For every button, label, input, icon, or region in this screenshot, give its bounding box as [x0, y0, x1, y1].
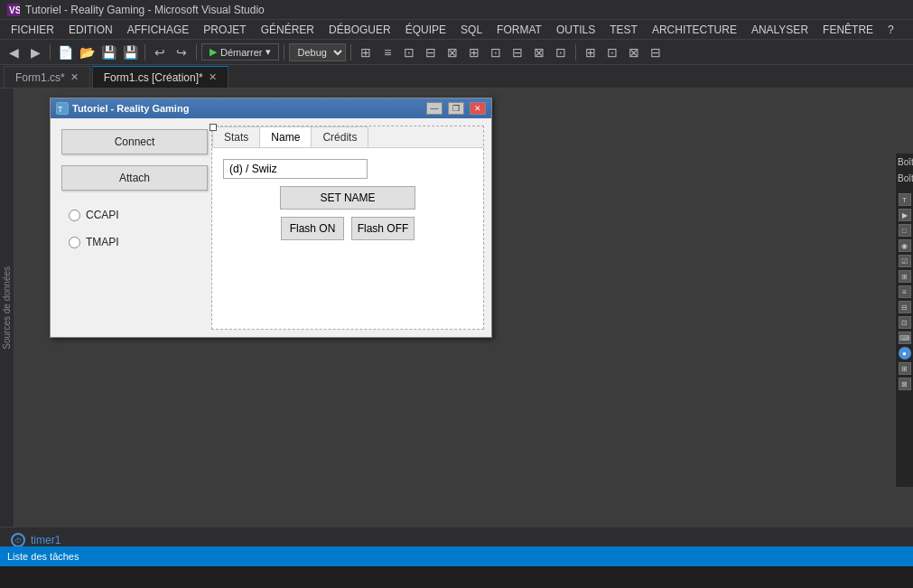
toolbar-extra-btn5[interactable]: ⊠	[443, 42, 462, 62]
tab-form1-cs-close[interactable]: ✕	[70, 71, 79, 83]
toolbar-extra-btn7[interactable]: ⊡	[486, 42, 506, 62]
menu-affichage[interactable]: AFFICHAGE	[120, 22, 197, 38]
boite-circle-icon[interactable]: ●	[899, 347, 911, 359]
toolbar-layout-btn2[interactable]: ⊡	[602, 42, 622, 62]
toolbar-new-btn[interactable]: 📄	[55, 42, 75, 62]
connect-button[interactable]: Connect	[61, 129, 208, 154]
form-right-panel: Stats Name Crédits SET NAME Flash ON Fla…	[211, 126, 484, 330]
form-tab-credits[interactable]: Crédits	[311, 126, 368, 147]
toolbar-sep-4	[284, 44, 284, 61]
menu-sql[interactable]: SQL	[453, 22, 489, 38]
toolbar-back-btn[interactable]: ◀	[4, 42, 23, 62]
boite-icon-3[interactable]: □	[899, 224, 911, 237]
ccapi-radio-circle	[69, 210, 80, 221]
tab-form1-cs[interactable]: Form1.cs* ✕	[4, 66, 90, 88]
menu-help[interactable]: ?	[880, 22, 901, 38]
boite-icon-10[interactable]: ⌨	[899, 331, 911, 344]
close-button[interactable]: ✕	[470, 102, 486, 115]
restore-button[interactable]: ❐	[448, 102, 464, 115]
boite-icon-7[interactable]: ≡	[899, 285, 911, 298]
boite-panel: Boîte Boîte T ▶ □ ◉ ☑ ⊞ ≡ ⊟ ⊡ ⌨ ● ⊞ ⊠	[895, 154, 913, 487]
toolbar-extra-btn1[interactable]: ⊞	[356, 42, 376, 62]
menu-fichier[interactable]: FICHIER	[4, 22, 61, 38]
start-label: Démarrer	[220, 47, 262, 58]
boite-header2: Boîte	[898, 173, 911, 183]
win-form-body: Connect Attach CCAPI TMAPI	[51, 118, 491, 337]
toolbar-layout-btn4[interactable]: ⊟	[646, 42, 666, 62]
boite-icon-6[interactable]: ⊞	[899, 270, 911, 283]
attach-button[interactable]: Attach	[61, 165, 208, 191]
boite-icon-2[interactable]: ▶	[899, 209, 911, 221]
toolbar-sep-2	[144, 44, 145, 61]
menu-format[interactable]: FORMAT	[489, 22, 549, 38]
debug-mode-select[interactable]: Debug	[289, 43, 346, 61]
win-form[interactable]: T Tutoriel - Reality Gaming — ❐ ✕ Connec…	[50, 98, 492, 338]
form-tab-name[interactable]: Name	[259, 126, 312, 147]
title-bar: VS Tutoriel - Reality Gaming - Microsoft…	[0, 0, 913, 20]
boite-icon-4[interactable]: ◉	[899, 239, 911, 252]
tab-form1-design-close[interactable]: ✕	[209, 71, 217, 83]
menu-bar: FICHIER EDITION AFFICHAGE PROJET GÉNÉRER…	[0, 20, 913, 40]
menu-test[interactable]: TEST	[602, 22, 645, 38]
play-icon: ▶	[210, 46, 217, 58]
minimize-button[interactable]: —	[426, 102, 443, 115]
tab-form1-design[interactable]: Form1.cs [Création]* ✕	[92, 66, 228, 88]
menu-analyser[interactable]: ANALYSER	[744, 22, 815, 38]
vs-icon: VS	[7, 4, 20, 16]
toolbar-extra-btn2[interactable]: ≡	[377, 42, 397, 62]
boite-icon-11[interactable]: ⊞	[899, 362, 911, 375]
boite-icon-9[interactable]: ⊡	[899, 316, 911, 329]
boite-icon-1[interactable]: T	[899, 193, 911, 206]
toolbar-extra-btn4[interactable]: ⊟	[421, 42, 441, 62]
design-area: Sources de données T Tutoriel - Reality …	[0, 89, 913, 527]
win-form-title: Tutoriel - Reality Gaming	[72, 103, 423, 114]
sidebar-label: Sources de données	[2, 266, 12, 350]
menu-outils[interactable]: OUTILS	[549, 22, 602, 38]
toolbar-undo-btn[interactable]: ↩	[150, 42, 170, 62]
flash-off-button[interactable]: Flash OFF	[351, 217, 415, 240]
toolbar-save-btn[interactable]: 💾	[98, 42, 118, 62]
boite-header1: Boîte	[898, 157, 911, 167]
menu-architecture[interactable]: ARCHITECTURE	[645, 22, 744, 38]
name-input-field[interactable]	[223, 159, 368, 179]
toolbar-open-btn[interactable]: 📂	[77, 42, 97, 62]
toolbar-sep-3	[196, 44, 197, 61]
toolbar-forward-btn[interactable]: ▶	[25, 42, 45, 62]
svg-text:T: T	[58, 105, 63, 114]
ccapi-radio[interactable]: CCAPI	[69, 209, 208, 221]
menu-fenetre[interactable]: FENÊTRE	[815, 22, 880, 38]
svg-text:VS: VS	[9, 5, 20, 15]
start-dropdown-icon[interactable]: ▾	[266, 46, 271, 58]
boite-icon-5[interactable]: ☑	[899, 255, 911, 267]
menu-edition[interactable]: EDITION	[61, 22, 120, 38]
toolbar-layout-btn1[interactable]: ⊞	[581, 42, 601, 62]
toolbar-align-btn1[interactable]: ⊟	[508, 42, 527, 62]
boite-icon-12[interactable]: ⊠	[899, 378, 911, 390]
timer-icon: ⏱	[11, 533, 25, 547]
toolbar-redo-btn[interactable]: ↪	[172, 42, 191, 62]
start-button[interactable]: ▶ Démarrer ▾	[201, 43, 279, 61]
toolbar-save-all-btn[interactable]: 💾	[120, 42, 140, 62]
form-tabs: Stats Name Crédits	[212, 126, 483, 148]
ccapi-label: CCAPI	[86, 209, 119, 221]
form-tab-stats[interactable]: Stats	[212, 126, 260, 147]
tmapi-radio-circle	[69, 237, 80, 248]
toolbar-sep-1	[50, 44, 51, 61]
toolbar-align-btn2[interactable]: ⊠	[529, 42, 549, 62]
boite-icon-8[interactable]: ⊟	[899, 301, 911, 313]
tab-content-name: SET NAME Flash ON Flash OFF	[212, 148, 483, 329]
toolbar-align-btn3[interactable]: ⊡	[551, 42, 571, 62]
menu-deboguer[interactable]: DÉBOGUER	[321, 22, 398, 38]
menu-equipe[interactable]: ÉQUIPE	[398, 22, 453, 38]
win-form-titlebar: T Tutoriel - Reality Gaming — ❐ ✕	[51, 98, 491, 118]
toolbar: ◀ ▶ 📄 📂 💾 💾 ↩ ↪ ▶ Démarrer ▾ Debug ⊞ ≡ ⊡…	[0, 40, 913, 65]
set-name-button[interactable]: SET NAME	[280, 186, 415, 210]
toolbar-extra-btn6[interactable]: ⊞	[464, 42, 484, 62]
flash-on-button[interactable]: Flash ON	[281, 217, 344, 240]
menu-projet[interactable]: PROJET	[196, 22, 253, 38]
toolbar-extra-btn3[interactable]: ⊡	[399, 42, 419, 62]
boite-icon-row: T ▶ □ ◉ ☑ ⊞ ≡ ⊟ ⊡ ⌨ ● ⊞ ⊠	[898, 193, 911, 390]
menu-generer[interactable]: GÉNÉRER	[254, 22, 321, 38]
tmapi-radio[interactable]: TMAPI	[69, 236, 208, 248]
toolbar-layout-btn3[interactable]: ⊠	[624, 42, 644, 62]
